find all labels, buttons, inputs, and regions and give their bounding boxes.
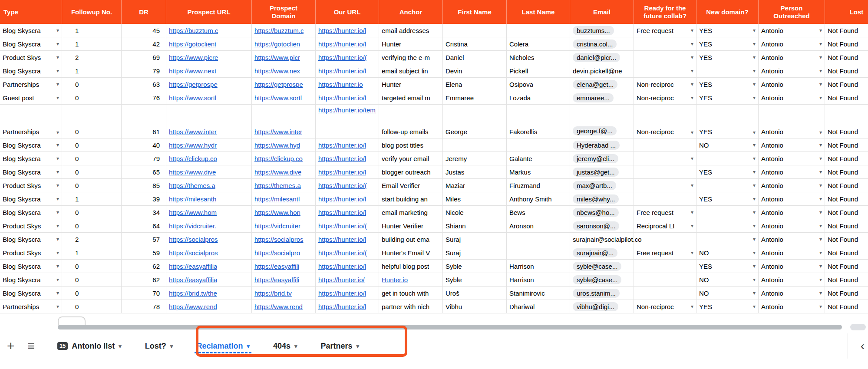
chevron-down-icon[interactable]: ▾ [819, 182, 822, 188]
cell-first-name[interactable]: Jeremy [443, 152, 507, 165]
prospect-url-link[interactable]: https://gotoclient [169, 40, 216, 48]
cell-first-name[interactable]: Nicole [443, 206, 507, 219]
cell-dr[interactable]: 76 [122, 91, 166, 105]
cell-person-outreached[interactable]: Antonio▾ [759, 246, 825, 260]
cell-last-name[interactable]: Galante [507, 152, 570, 165]
cell-prospect-url[interactable]: https://www.rend [166, 300, 252, 313]
cell-lost[interactable]: Not Found [825, 78, 868, 91]
chevron-down-icon[interactable]: ▾ [691, 182, 693, 188]
cell-ready-collab[interactable] [634, 233, 696, 246]
cell-our-url[interactable]: https://hunter.io/l [316, 287, 379, 300]
our-url-link[interactable]: https://hunter.io/l [318, 142, 366, 149]
chevron-down-icon[interactable]: ▾ [819, 196, 822, 202]
chevron-down-icon[interactable]: ▾ [56, 27, 59, 33]
cell-type[interactable]: Blog Skyscra▾ [0, 37, 62, 51]
chevron-down-icon[interactable]: ▾ [691, 54, 693, 60]
cell-our-url[interactable]: https://hunter.io/( [316, 246, 379, 260]
cell-followup-no[interactable]: 0 [62, 260, 122, 273]
cell-first-name[interactable]: Shiann [443, 219, 507, 233]
cell-person-outreached[interactable]: Antonio▾ [759, 206, 825, 219]
cell-followup-no[interactable]: 2 [62, 51, 122, 64]
chevron-down-icon[interactable]: ▾ [753, 223, 756, 229]
cell-our-url[interactable]: https://hunter.io/( [316, 219, 379, 233]
cell-lost[interactable]: Not Found [825, 138, 868, 152]
cell-type[interactable]: Product Skys▾ [0, 179, 62, 192]
cell-type[interactable]: Product Skys▾ [0, 246, 62, 260]
chevron-down-icon[interactable]: ▾ [753, 250, 756, 256]
cell-first-name[interactable]: Justas [443, 165, 507, 179]
prospect-url-link[interactable]: https://buzztum.c [169, 27, 218, 34]
cell-our-url[interactable]: https://hunter.io/ [316, 273, 379, 287]
cell-last-name[interactable] [507, 246, 570, 260]
cell-type[interactable]: Partnerships▾ [0, 105, 62, 138]
our-url-link[interactable]: https://hunter.io/l [318, 67, 366, 75]
cell-person-outreached[interactable]: Antonio▾ [759, 51, 825, 64]
cell-first-name[interactable]: Vibhu [443, 300, 507, 313]
cell-email[interactable]: syble@case... [570, 273, 634, 287]
column-header-7[interactable]: First Name [443, 0, 507, 24]
cell-new-domain[interactable]: ▾ [696, 64, 759, 78]
chevron-down-icon[interactable]: ▾ [753, 129, 756, 135]
cell-ready-collab[interactable]: Non-reciproc▾ [634, 300, 696, 313]
cell-prospect-url[interactable]: https://www.inter [166, 105, 252, 138]
chevron-down-icon[interactable]: ▾ [56, 129, 59, 135]
prospect-domain-link[interactable]: https://themes.a [254, 182, 301, 189]
column-header-2[interactable]: DR [122, 0, 166, 24]
cell-prospect-url[interactable]: https://vidcruiter. [166, 219, 252, 233]
chevron-down-icon[interactable]: ▾ [294, 343, 297, 349]
cell-our-url[interactable]: https://hunter.io/l [316, 152, 379, 165]
cell-person-outreached[interactable]: Antonio▾ [759, 64, 825, 78]
cell-last-name[interactable]: Pickell [507, 64, 570, 78]
chevron-down-icon[interactable]: ▾ [691, 95, 693, 101]
prospect-domain-link[interactable]: https://www.hon [254, 209, 300, 216]
chevron-down-icon[interactable]: ▾ [56, 250, 59, 256]
cell-person-outreached[interactable]: Antonio▾ [759, 192, 825, 206]
cell-prospect-url[interactable]: https://socialpros [166, 246, 252, 260]
chevron-down-icon[interactable]: ▾ [753, 68, 756, 74]
cell-first-name[interactable]: George [443, 105, 507, 138]
cell-email[interactable]: saronson@... [570, 219, 634, 233]
cell-followup-no[interactable]: 0 [62, 300, 122, 313]
cell-prospect-url[interactable]: https://clickup.co [166, 152, 252, 165]
our-url-link[interactable]: https://hunter.io/templates/follow-up [318, 106, 376, 115]
cell-new-domain[interactable]: NO▾ [696, 273, 759, 287]
cell-prospect-domain[interactable]: https://www.nex [252, 64, 316, 78]
cell-new-domain[interactable]: ▾ [696, 206, 759, 219]
our-url-link[interactable]: https://hunter.io [318, 81, 363, 88]
chevron-down-icon[interactable]: ▾ [819, 155, 822, 161]
prospect-url-link[interactable]: https://www.hom [169, 209, 217, 216]
cell-lost[interactable]: Not Found [825, 64, 868, 78]
cell-prospect-url[interactable]: https://www.picre [166, 51, 252, 64]
column-header-8[interactable]: Last Name [507, 0, 570, 24]
cell-dr[interactable]: 63 [122, 78, 166, 91]
our-url-link[interactable]: https://hunter.io/ [318, 276, 365, 283]
cell-dr[interactable]: 61 [122, 105, 166, 138]
cell-anchor[interactable]: targeted email m [379, 91, 443, 105]
cell-dr[interactable]: 78 [122, 300, 166, 313]
our-url-link[interactable]: https://hunter.io/l [318, 27, 366, 34]
cell-lost[interactable]: Not Found [825, 192, 868, 206]
prospect-domain-link[interactable]: https://www.inter [254, 128, 302, 135]
cell-followup-no[interactable]: 0 [62, 273, 122, 287]
chevron-down-icon[interactable]: ▾ [819, 41, 822, 47]
cell-our-url[interactable]: https://hunter.io/l [316, 138, 379, 152]
cell-followup-no[interactable]: 0 [62, 219, 122, 233]
our-url-link[interactable]: https://hunter.io/l [318, 263, 366, 270]
cell-anchor[interactable]: verifying the e-m [379, 51, 443, 64]
cell-prospect-url[interactable]: https://themes.a [166, 179, 252, 192]
cell-our-url[interactable]: https://hunter.io/l [316, 233, 379, 246]
cell-followup-no[interactable]: 0 [62, 287, 122, 300]
cell-prospect-domain[interactable]: https://socialpro [252, 246, 316, 260]
prospect-url-link[interactable]: https://www.picre [169, 54, 218, 61]
cell-last-name[interactable]: Nicholes [507, 51, 570, 64]
chevron-down-icon[interactable]: ▾ [170, 343, 173, 349]
cell-anchor[interactable]: Hunter [379, 37, 443, 51]
cell-followup-no[interactable]: 0 [62, 165, 122, 179]
cell-ready-collab[interactable] [634, 192, 696, 206]
cell-anchor[interactable]: email subject lin [379, 64, 443, 78]
cell-dr[interactable]: 42 [122, 37, 166, 51]
prospect-url-link[interactable]: https://www.inter [169, 128, 217, 135]
cell-last-name[interactable] [507, 138, 570, 152]
cell-last-name[interactable]: Aronson [507, 219, 570, 233]
cell-lost[interactable]: Not Found [825, 260, 868, 273]
